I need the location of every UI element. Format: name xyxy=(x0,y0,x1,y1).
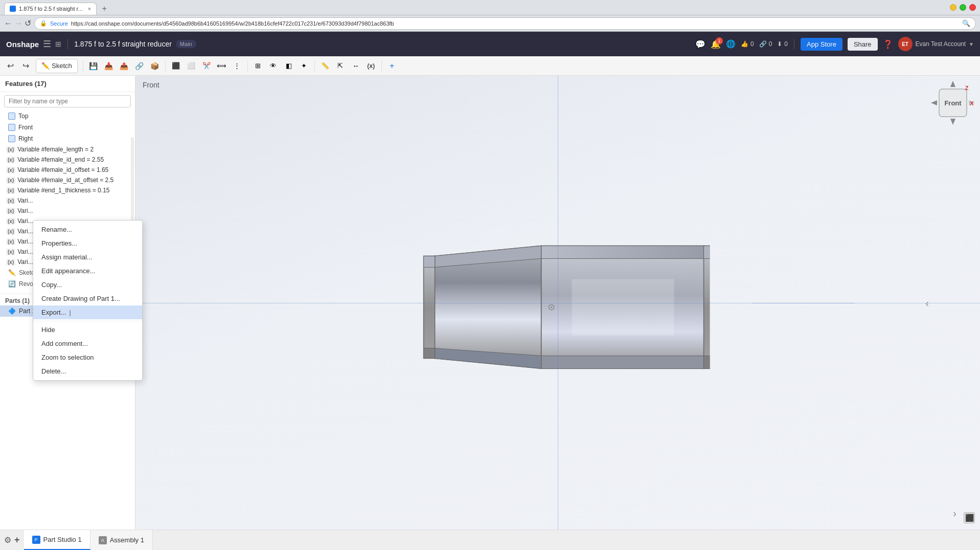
forward-button[interactable]: → xyxy=(14,19,22,28)
new-tab-button[interactable]: + xyxy=(97,3,112,15)
thumbs-up-icon[interactable]: 👍 xyxy=(741,40,748,48)
branch-badge[interactable]: Main xyxy=(176,40,196,48)
filter-input[interactable] xyxy=(4,95,131,107)
measure-icon[interactable]: 📏 xyxy=(318,59,332,73)
var-icon-9: (x) xyxy=(6,228,15,235)
sidebar-item-var5[interactable]: (x) Variable #end_1_thickness = 0.15 xyxy=(0,185,135,195)
hamburger-icon[interactable]: ☰ xyxy=(43,38,51,50)
chat-icon[interactable]: 💬 xyxy=(695,39,705,49)
sketch-button[interactable]: ✏️ Sketch xyxy=(36,59,78,73)
transform-icon[interactable]: ↔ xyxy=(349,59,363,73)
user-dropdown-icon[interactable]: ▼ xyxy=(969,41,974,47)
cut-icon[interactable]: ✂️ xyxy=(199,59,214,73)
sidebar-item-top[interactable]: Top xyxy=(0,111,135,122)
var-icon-10: (x) xyxy=(6,238,15,245)
grid2-icon[interactable]: ⊞ xyxy=(251,59,265,73)
svg-marker-7 xyxy=(424,256,435,267)
var-icon-1: (x) xyxy=(6,146,15,153)
context-menu-item-export[interactable]: Export... | xyxy=(33,305,142,319)
link-count: 0 xyxy=(769,40,772,48)
user-avatar[interactable]: ET xyxy=(898,37,913,51)
viewport[interactable]: Front xyxy=(135,76,980,530)
bottom-left-icons: ⚙ + xyxy=(0,530,24,550)
svg-rect-9 xyxy=(704,246,710,368)
view-cube-selector[interactable]: ⬛ xyxy=(964,512,975,523)
sidebar-item-var7[interactable]: (x) Vari... xyxy=(0,206,135,216)
cube2-icon[interactable]: ⬜ xyxy=(184,59,198,73)
import-icon[interactable]: 📥 xyxy=(102,59,116,73)
grid-icon[interactable]: ⊞ xyxy=(55,40,61,48)
svg-text:Z: Z xyxy=(965,85,969,91)
globe-icon[interactable]: 🌐 xyxy=(726,39,736,49)
cube-navigator[interactable]: Front Z X xyxy=(930,80,976,126)
section-icon[interactable]: ◧ xyxy=(282,59,296,73)
render-icon[interactable]: ✦ xyxy=(297,59,311,73)
variable-icon[interactable]: (x) xyxy=(364,59,378,73)
export-icon[interactable]: 📤 xyxy=(117,59,131,73)
minimize-button[interactable] xyxy=(950,4,956,11)
app-store-button[interactable]: App Store xyxy=(801,38,842,51)
svg-point-14 xyxy=(551,306,552,307)
crosshair-right-extend xyxy=(752,303,854,303)
share-button[interactable]: Share xyxy=(848,38,878,51)
browser-tab[interactable]: 1.875 f to 2.5 f straight r... × xyxy=(4,3,97,15)
var-icon-11: (x) xyxy=(6,249,15,255)
features-title: Features (17) xyxy=(0,76,135,92)
var-label-11: Vari... xyxy=(17,248,33,255)
sidebar-item-var3[interactable]: (x) Variable #female_id_offset = 1.65 xyxy=(0,165,135,175)
link-icon[interactable]: 🔗 xyxy=(759,40,767,48)
view-bottom-button[interactable]: › xyxy=(953,508,956,519)
var-label-9: Vari... xyxy=(17,228,33,235)
redo-button[interactable]: ↪ xyxy=(18,59,33,73)
context-menu-item-rename[interactable]: Rename... xyxy=(33,223,142,236)
download-icon[interactable]: ⬇ xyxy=(777,40,782,48)
context-menu-item-copy[interactable]: Copy... xyxy=(33,278,142,292)
pencil-icon: ✏️ xyxy=(41,62,50,70)
var-label-1: Variable #female_length = 2 xyxy=(17,146,94,153)
tab-assembly[interactable]: A Assembly 1 xyxy=(90,530,153,550)
pattern-icon[interactable]: ⋮ xyxy=(230,59,244,73)
sidebar-item-right[interactable]: Right xyxy=(0,133,135,144)
sidebar-item-front[interactable]: Front xyxy=(0,122,135,133)
context-menu-item-hide[interactable]: Hide xyxy=(33,323,142,337)
context-menu-item-properties[interactable]: Properties... xyxy=(33,236,142,250)
box-icon[interactable]: 📦 xyxy=(148,59,162,73)
help-icon[interactable]: ❓ xyxy=(883,39,893,49)
context-menu-item-create-drawing[interactable]: Create Drawing of Part 1... xyxy=(33,292,142,305)
svg-marker-11 xyxy=(704,356,710,368)
mirror-icon[interactable]: ⟺ xyxy=(215,59,229,73)
refresh-button[interactable]: ↺ xyxy=(25,18,31,28)
sidebar-item-var1[interactable]: (x) Variable #female_length = 2 xyxy=(0,144,135,155)
context-menu-item-zoom[interactable]: Zoom to selection xyxy=(33,350,142,364)
maximize-button[interactable] xyxy=(960,4,966,11)
sidebar-item-top-label: Top xyxy=(18,113,28,120)
sidebar-item-var2[interactable]: (x) Variable #female_id_end = 2.55 xyxy=(0,155,135,165)
var-label-5: Variable #end_1_thickness = 0.15 xyxy=(17,187,109,194)
context-menu-item-delete[interactable]: Delete... xyxy=(33,364,142,378)
address-secure-label: Secure xyxy=(50,20,68,27)
part-icon: 🔷 xyxy=(8,307,16,315)
save-icon[interactable]: 💾 xyxy=(86,59,101,73)
link2-icon[interactable]: 🔗 xyxy=(132,59,147,73)
sidebar-item-var6[interactable]: (x) Vari... xyxy=(0,195,135,206)
sidebar-item-var4[interactable]: (x) Variable #female_id_at_offset = 2.5 xyxy=(0,175,135,185)
address-bar[interactable]: 🔒 Secure https://cad.onshape.com/documen… xyxy=(34,17,976,30)
toolbar-sep-4 xyxy=(314,61,315,71)
view-icon[interactable]: 👁 xyxy=(266,59,281,73)
var-icon-12: (x) xyxy=(6,259,15,266)
tab-close-icon[interactable]: × xyxy=(88,6,91,12)
cube1-icon[interactable]: ⬛ xyxy=(169,59,183,73)
select-icon[interactable]: ⇱ xyxy=(333,59,348,73)
toolbar: ↩ ↪ ✏️ Sketch 💾 📥 📤 🔗 📦 ⬛ ⬜ ✂️ ⟺ ⋮ ⊞ 👁 ◧… xyxy=(0,56,980,76)
tab-part-studio[interactable]: P Part Studio 1 xyxy=(24,530,90,550)
bottom-add-icon[interactable]: + xyxy=(14,535,20,545)
close-button[interactable] xyxy=(969,4,976,11)
add-icon[interactable]: + xyxy=(385,59,399,73)
undo-button[interactable]: ↩ xyxy=(3,59,17,73)
context-menu-item-add-comment[interactable]: Add comment... xyxy=(33,337,142,350)
context-menu-item-assign-material[interactable]: Assign material... xyxy=(33,250,142,264)
bottom-settings-icon[interactable]: ⚙ xyxy=(4,535,11,545)
context-menu-item-edit-appearance[interactable]: Edit appearance... xyxy=(33,264,142,278)
user-name: Evan Test Account xyxy=(916,40,966,48)
back-button[interactable]: ← xyxy=(4,19,12,28)
